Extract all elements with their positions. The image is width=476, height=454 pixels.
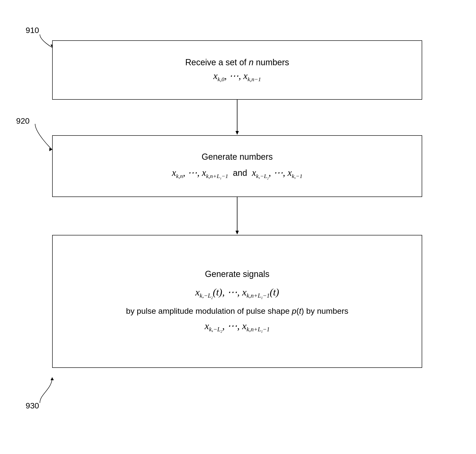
box1-title: Receive a set of n numbers: [185, 57, 289, 68]
box2-title: Generate numbers: [201, 152, 273, 162]
svg-marker-2: [236, 131, 239, 135]
box3-formula-line2: xk,−L2, ⋯, xk,n+L1−1: [205, 320, 270, 334]
box3: Generate signals xk,−L2(t), ⋯, xk,n+L1−1…: [52, 235, 422, 368]
box3-description: by pulse amplitude modulation of pulse s…: [126, 306, 348, 316]
box3-formula-line1: xk,−L2(t), ⋯, xk,n+L1−1(t): [195, 286, 279, 300]
box2: Generate numbers xk,n, ⋯, xk,n+L1−1 and …: [52, 135, 422, 197]
svg-marker-6: [51, 377, 54, 380]
diagram-container: 910 920 930 Receive a set of n numbers x…: [0, 0, 476, 454]
label-930: 930: [26, 401, 39, 410]
label-920: 920: [16, 116, 30, 126]
and-word: and: [233, 168, 247, 178]
svg-marker-5: [236, 231, 239, 235]
box1: Receive a set of n numbers xk,0 , ⋯, xk,…: [52, 40, 422, 100]
svg-marker-3: [49, 148, 52, 151]
box3-title: Generate signals: [205, 269, 269, 279]
label-910: 910: [26, 26, 39, 35]
box3-content: Generate signals xk,−L2(t), ⋯, xk,n+L1−1…: [126, 269, 348, 334]
box2-formula: xk,n, ⋯, xk,n+L1−1 and xk,−L2, ⋯, xk,−1: [172, 167, 302, 180]
box1-formula: xk,0 , ⋯, xk,n−1: [213, 70, 261, 83]
box2-content: Generate numbers xk,n, ⋯, xk,n+L1−1 and …: [172, 152, 302, 180]
